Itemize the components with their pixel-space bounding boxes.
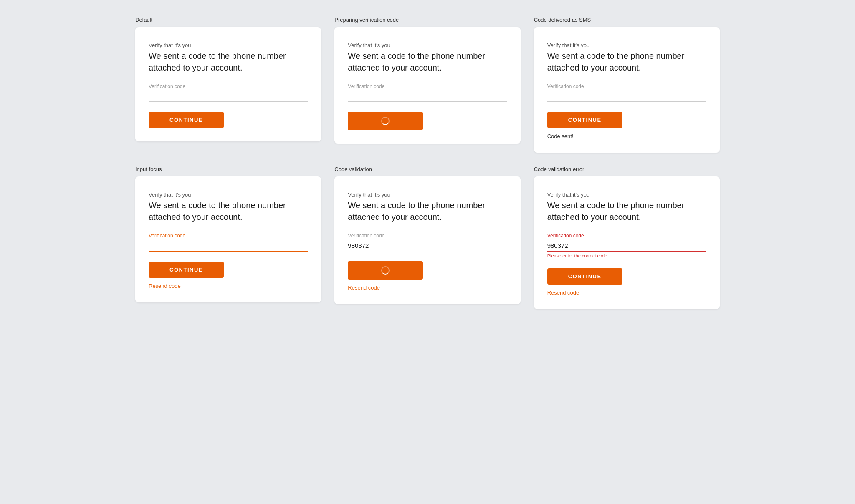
- input-group: Verification code: [547, 83, 706, 102]
- loading-spinner: [381, 117, 390, 125]
- resend-code-button[interactable]: Resend code: [547, 290, 579, 296]
- input-group: Verification codePlease enter the correc…: [547, 233, 706, 258]
- verify-description: We sent a code to the phone number attac…: [547, 199, 706, 223]
- verify-description: We sent a code to the phone number attac…: [547, 50, 706, 73]
- verification-code-input[interactable]: [149, 91, 308, 102]
- scenario-label: Default: [135, 17, 321, 23]
- card: Verify that it's youWe sent a code to th…: [334, 27, 520, 144]
- verify-subtitle: Verify that it's you: [149, 42, 308, 48]
- scenario-default: DefaultVerify that it's youWe sent a cod…: [135, 17, 321, 153]
- verify-subtitle: Verify that it's you: [547, 192, 706, 198]
- input-group: Verification code: [348, 83, 507, 102]
- scenario-label: Code delivered as SMS: [534, 17, 720, 23]
- error-message: Please enter the correct code: [547, 253, 706, 258]
- input-label: Verification code: [149, 233, 308, 239]
- verification-code-input[interactable]: [149, 240, 308, 252]
- button-row: CONTINUE: [149, 112, 308, 128]
- card: Verify that it's youWe sent a code to th…: [534, 27, 720, 153]
- scenario-label: Preparing verification code: [334, 17, 520, 23]
- scenario-label: Code validation error: [534, 166, 720, 172]
- button-row: Resend code: [348, 261, 507, 291]
- scenario-label: Code validation: [334, 166, 520, 172]
- verify-description: We sent a code to the phone number attac…: [348, 199, 507, 223]
- input-group: Verification code: [348, 233, 507, 251]
- input-label: Verification code: [547, 83, 706, 89]
- verification-code-input[interactable]: [348, 91, 507, 102]
- continue-button[interactable]: CONTINUE: [547, 268, 622, 285]
- verify-subtitle: Verify that it's you: [348, 192, 507, 198]
- button-row: CONTINUECode sent!: [547, 112, 706, 139]
- scenario-code-validation-error: Code validation errorVerify that it's yo…: [534, 166, 720, 309]
- input-label: Verification code: [149, 83, 308, 89]
- card: Verify that it's youWe sent a code to th…: [334, 176, 520, 304]
- button-row: CONTINUEResend code: [547, 268, 706, 296]
- scenario-code-validation: Code validationVerify that it's youWe se…: [334, 166, 520, 309]
- scenario-code-delivered: Code delivered as SMSVerify that it's yo…: [534, 17, 720, 153]
- scenarios-grid: DefaultVerify that it's youWe sent a cod…: [135, 17, 720, 309]
- input-label: Verification code: [348, 83, 507, 89]
- input-label: Verification code: [547, 233, 706, 239]
- input-group: Verification code: [149, 83, 308, 102]
- resend-code-button[interactable]: Resend code: [149, 283, 181, 289]
- card: Verify that it's youWe sent a code to th…: [135, 176, 321, 302]
- button-row: CONTINUEResend code: [149, 262, 308, 289]
- button-row: [348, 112, 507, 130]
- continue-button[interactable]: [348, 112, 423, 130]
- continue-button[interactable]: CONTINUE: [547, 112, 622, 128]
- verify-subtitle: Verify that it's you: [149, 192, 308, 198]
- verify-description: We sent a code to the phone number attac…: [348, 50, 507, 73]
- input-label: Verification code: [348, 233, 507, 239]
- input-group: Verification code: [149, 233, 308, 252]
- verification-code-input[interactable]: [547, 240, 706, 252]
- continue-button[interactable]: CONTINUE: [149, 112, 224, 128]
- loading-spinner: [381, 266, 390, 275]
- scenario-preparing: Preparing verification codeVerify that i…: [334, 17, 520, 153]
- verify-subtitle: Verify that it's you: [348, 42, 507, 48]
- card: Verify that it's youWe sent a code to th…: [135, 27, 321, 141]
- verify-subtitle: Verify that it's you: [547, 42, 706, 48]
- verification-code-input[interactable]: [547, 91, 706, 102]
- card: Verify that it's youWe sent a code to th…: [534, 176, 720, 309]
- scenario-input-focus: Input focusVerify that it's youWe sent a…: [135, 166, 321, 309]
- verification-code-input[interactable]: [348, 240, 507, 251]
- continue-button[interactable]: CONTINUE: [149, 262, 224, 278]
- resend-code-button[interactable]: Resend code: [348, 285, 380, 291]
- verify-description: We sent a code to the phone number attac…: [149, 199, 308, 223]
- continue-button[interactable]: [348, 261, 423, 280]
- status-text: Code sent!: [547, 133, 574, 139]
- verify-description: We sent a code to the phone number attac…: [149, 50, 308, 73]
- scenario-label: Input focus: [135, 166, 321, 172]
